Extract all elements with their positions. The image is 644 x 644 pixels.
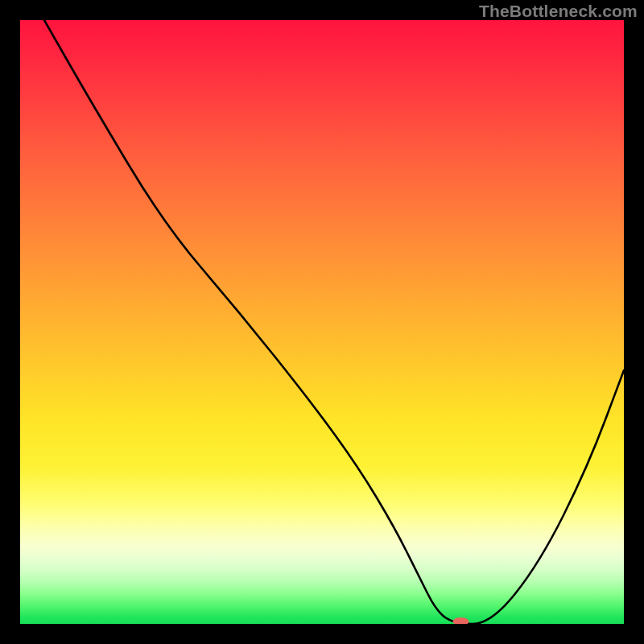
- plot-area: [20, 20, 624, 624]
- optimal-marker: [453, 617, 469, 624]
- chart-frame: TheBottleneck.com: [0, 0, 644, 644]
- watermark-text: TheBottleneck.com: [479, 2, 638, 21]
- chart-svg: [20, 20, 624, 624]
- bottleneck-curve: [44, 20, 624, 624]
